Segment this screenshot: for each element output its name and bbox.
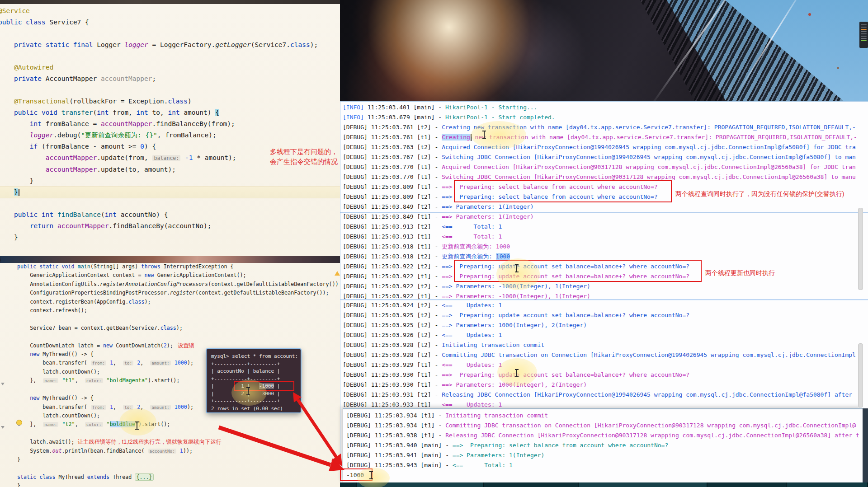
- log-line: [DEBUG] 11:25:03.931 [t2] - Releasing JD…: [343, 390, 856, 400]
- log-lines-middle: [DEBUG] 11:25:03.924 [t2] - <== Updates:…: [343, 300, 856, 410]
- log-line: [DEBUG] 11:25:03.849 [t1] - ==> Paramete…: [343, 212, 857, 222]
- code-line: }: [17, 482, 341, 487]
- log-lines-bottom: [DEBUG] 11:25:03.934 [t1] - Initiating t…: [346, 411, 859, 480]
- code-line: [0, 51, 342, 62]
- text-cursor-icon: [484, 131, 485, 138]
- log-line: [DEBUG] 11:25:03.933 [t1] - <== Updates:…: [343, 400, 856, 410]
- fold-arrow-icon[interactable]: [1, 426, 5, 429]
- log-line: [DEBUG] 11:25:03.913 [t2] - <== Total: 1: [343, 222, 857, 232]
- wallpaper-dot: [837, 67, 839, 69]
- service7-code-lines: @Servicepublic class Service7 { private …: [0, 5, 342, 266]
- terminal-line: mysql> select * from account;: [211, 353, 298, 361]
- log-line: [DEBUG] 11:25:03.761 [t2] - Creating new…: [343, 122, 857, 132]
- code-line: [17, 464, 341, 473]
- log-line: [DEBUG] 11:25:03.941 [main] - ==> Parame…: [346, 450, 859, 460]
- code-line: [17, 429, 341, 438]
- text-cursor-icon: [516, 370, 517, 377]
- log-line: [DEBUG] 11:25:03.922 [t1] - ==> Paramete…: [343, 291, 857, 301]
- log-line: -1000: [346, 470, 859, 480]
- log-line: [INFO] 11:25:03.679 [main] - HikariPool-…: [343, 112, 857, 122]
- text-cursor-icon: [248, 388, 249, 395]
- taskbar[interactable]: [340, 482, 868, 487]
- minimap-widget[interactable]: [859, 22, 868, 48]
- log-line: [DEBUG] 11:25:03.922 [t2] - ==> Paramete…: [343, 281, 857, 291]
- log-line: [DEBUG] 11:25:03.925 [t2] - ==> Preparin…: [343, 310, 856, 320]
- text-cursor-icon: [137, 422, 137, 429]
- log-line: [DEBUG] 11:25:03.925 [t2] - ==> Paramete…: [343, 320, 856, 330]
- terminal-line: +-----------+---------+: [211, 361, 298, 368]
- code-line: @Service: [0, 5, 342, 17]
- log-line: [DEBUG] 11:25:03.926 [t2] - <== Updates:…: [343, 330, 856, 340]
- code-line: return accountMapper.findBalanceBy(accou…: [0, 220, 342, 232]
- highlight-blob: [357, 468, 390, 487]
- log-line: [DEBUG] 11:25:03.930 [t1] - ==> Preparin…: [343, 370, 856, 380]
- annotation-update-note: 两个线程更新也同时执行: [705, 269, 775, 277]
- code-line: static class MyThread extends Thread {..…: [17, 473, 341, 482]
- code-line: context.registerBean(AppConfig.class);: [17, 298, 341, 306]
- screenshot-root: @Servicepublic class Service7 { private …: [0, 0, 868, 487]
- log-line: [DEBUG] 11:25:03.928 [t2] - Initiating t…: [343, 340, 856, 350]
- terminal-line: | accountNo | balance |: [211, 368, 298, 375]
- window-top-strip: [0, 0, 340, 4]
- red-highlight-box-select: [454, 180, 672, 202]
- code-line: [0, 84, 342, 96]
- code-line: }: [17, 455, 341, 464]
- code-line: [0, 28, 342, 39]
- code-line: int fromBalance = accountMapper.findBala…: [0, 118, 342, 130]
- log-line: [DEBUG] 11:25:03.938 [t1] - Releasing JD…: [346, 431, 859, 440]
- log-line: [DEBUG] 11:25:03.763 [t2] - Acquired Con…: [343, 142, 857, 152]
- log-line: [DEBUG] 11:25:03.943 [main] - <== Total:…: [346, 460, 859, 470]
- code-line: }: [0, 187, 342, 198]
- scrollbar-thumb[interactable]: [858, 208, 863, 290]
- code-line: }, name: "t2", color: "boldBlue").start(…: [17, 420, 341, 429]
- warning-triangle-icon: [335, 271, 340, 276]
- log-line: [DEBUG] 11:25:03.761 [t1] - Creating new…: [343, 132, 857, 142]
- code-line: latch.countDown();: [17, 412, 341, 420]
- code-line: }: [0, 175, 342, 187]
- code-line: AnnotationConfigUtils.registerAnnotation…: [17, 280, 341, 289]
- log-line: [DEBUG] 11:25:03.924 [t2] - <== Updates:…: [343, 300, 856, 310]
- log-line: [DEBUG] 11:25:03.929 [t1] - <== Updates:…: [343, 360, 856, 370]
- code-line: ConfigurationPropertiesBindingPostProces…: [17, 289, 341, 297]
- code-line: logger.debug("更新前查询余额为: {}", fromBalance…: [0, 130, 342, 141]
- lightbulb-icon[interactable]: [16, 420, 22, 426]
- log-line: [DEBUG] 11:25:03.767 [t2] - Switching JD…: [343, 152, 857, 162]
- scrollbar-thumb[interactable]: [858, 343, 863, 407]
- code-line: [17, 315, 341, 323]
- terminal-line: 2 rows in set (0.00 sec): [211, 405, 298, 413]
- highlight-blob: [471, 121, 526, 149]
- log-line: [DEBUG] 11:25:03.918 [t1] - 更新前查询余额为: 10…: [343, 242, 857, 252]
- text-cursor-icon: [371, 472, 372, 479]
- code-line: public void transfer(int from, int to, i…: [0, 107, 342, 118]
- text-cursor-icon: [516, 265, 517, 272]
- annotation-query-note: 两个线程查询同时执行了，因为没有任何锁的保护(交替执行): [675, 190, 844, 198]
- code-line: private AccountMapper accountMapper;: [0, 73, 342, 84]
- log-line: [DEBUG] 11:25:03.849 [t2] - ==> Paramete…: [343, 202, 857, 212]
- code-line: public int findBalance(int accountNo) {: [0, 209, 342, 220]
- code-line: GenericApplicationContext context = new …: [17, 271, 341, 280]
- fold-arrow-icon[interactable]: [1, 383, 5, 385]
- red-highlight-box-update: [454, 260, 702, 282]
- log-line: [DEBUG] 11:25:03.934 [t1] - Committing J…: [346, 421, 859, 431]
- log-line: [DEBUG] 11:25:03.940 [main] - ==> Prepar…: [346, 440, 859, 450]
- code-line: latch.await(); 让主线程锁等待，t1,t2线程执行完，锁就恢复继续…: [17, 438, 341, 446]
- log-line: [DEBUG] 11:25:03.770 [t1] - Acquired Con…: [343, 162, 857, 172]
- code-line: public class Service7 {: [0, 17, 342, 28]
- log-line: [DEBUG] 11:25:03.930 [t1] - ==> Paramete…: [343, 380, 856, 390]
- log-line: [DEBUG] 11:25:03.928 [t2] - Committing J…: [343, 350, 856, 360]
- code-line: @Transactional(rollbackFor = Exception.c…: [0, 96, 342, 107]
- highlight-blob: [496, 258, 540, 290]
- code-line: [0, 243, 342, 254]
- log-line: [DEBUG] 11:25:03.934 [t1] - Initiating t…: [346, 411, 859, 421]
- code-line: }: [0, 232, 342, 243]
- code-line: System.out.println(bean.findBalance( acc…: [17, 447, 341, 455]
- code-line: public static void main(String[] args) t…: [17, 262, 341, 271]
- window-right-sliver: [863, 408, 868, 487]
- wallpaper-dot: [808, 13, 811, 16]
- log-line: [DEBUG] 11:25:03.913 [t1] - <== Total: 1: [343, 232, 857, 242]
- code-line: context.refresh();: [17, 306, 341, 315]
- log-line: [INFO] 11:25:03.401 [main] - HikariPool-…: [343, 103, 857, 112]
- code-line: [17, 332, 341, 341]
- code-line: [0, 198, 342, 209]
- highlight-blob: [497, 358, 537, 386]
